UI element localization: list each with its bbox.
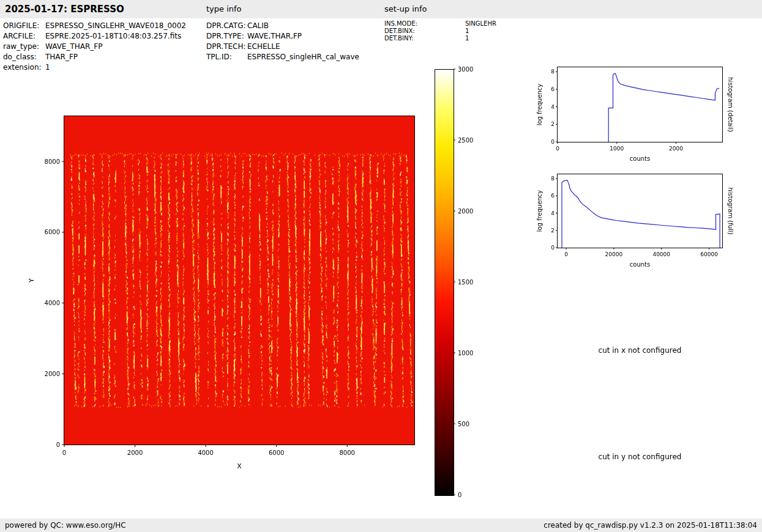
info-label: raw_type: [3,42,45,52]
footer-right-text: created by qc_rawdisp.py v1.2.3 on 2025-… [543,519,757,532]
info-label: DET.BINY: [384,35,465,42]
svg-text:40000: 40000 [652,251,670,257]
info-row: TPL.ID:ESPRESSO_singleHR_cal_wave [206,52,359,62]
info-row: DET.BINY:1 [384,35,496,42]
info-row: DPR.CATG:CALIB [206,21,359,31]
svg-text:2: 2 [551,227,555,234]
svg-text:4000: 4000 [198,449,213,456]
info-row: DPR.TYPE:WAVE,THAR,FP [206,31,359,42]
info-row: INS.MODE:SINGLEHR [384,20,496,28]
svg-text:0: 0 [556,146,559,152]
svg-text:0: 0 [458,492,461,498]
svg-text:0: 0 [56,441,60,448]
info-label: do_class: [3,52,45,62]
svg-text:log frequency: log frequency [536,190,543,232]
info-label: ORIGFILE: [3,21,45,31]
info-label: DPR.CATG: [206,21,247,31]
info-row: do_class:THAR_FP [3,52,186,62]
svg-text:2000: 2000 [458,208,473,215]
svg-text:2500: 2500 [458,137,473,144]
svg-text:4: 4 [551,104,555,110]
svg-text:4000: 4000 [45,300,60,306]
info-row: ARCFILE:ESPRE.2025-01-18T10:48:03.257.fi… [3,31,186,42]
footer-left-text: powered by QC: www.eso.org/HC [5,519,126,532]
info-row: DET.BINX:1 [384,28,496,35]
svg-text:X: X [237,462,242,470]
info-value: ESPRESSO_SINGLEHR_WAVE018_0002 [45,21,186,31]
svg-text:8: 8 [551,68,555,75]
svg-text:Y: Y [28,278,35,283]
svg-text:6: 6 [551,86,555,92]
info-label: DET.BINX: [384,28,465,35]
svg-text:log frequency: log frequency [536,84,543,126]
svg-text:1000: 1000 [610,146,624,152]
svg-text:counts: counts [630,155,650,162]
info-value: WAVE,THAR,FP [247,31,302,42]
info-value: 1 [465,28,469,35]
raw-image-heatmap [64,116,414,445]
page-title: 2025-01-17: ESPRESSO [5,0,124,18]
info-label: DPR.TYPE: [206,31,247,42]
info-value: THAR_FP [45,52,78,62]
setup-info-heading: set-up info [384,0,427,18]
info-row: DPR.TECH:ECHELLE [206,42,359,52]
info-value: 1 [45,62,50,73]
svg-text:4: 4 [551,210,555,216]
cut-x-note: cut in x not configured [558,346,722,355]
info-value: CALIB [247,21,269,31]
type-info-heading: type info [206,0,242,18]
svg-text:6000: 6000 [269,449,284,456]
info-value: ECHELLE [247,42,280,52]
setup-info-block: INS.MODE:SINGLEHR DET.BINX:1 DET.BINY:1 [384,20,496,42]
svg-text:histogram (full): histogram (full) [727,187,734,234]
info-label: INS.MODE: [384,20,465,28]
info-label: extension: [3,62,45,73]
file-info-block: ORIGFILE:ESPRESSO_SINGLEHR_WAVE018_0002 … [3,21,186,73]
svg-text:2000: 2000 [127,449,143,456]
svg-text:0: 0 [551,139,555,145]
info-row: ORIGFILE:ESPRESSO_SINGLEHR_WAVE018_0002 [3,21,186,31]
svg-text:0: 0 [564,251,568,257]
info-value: WAVE_THAR_FP [45,42,102,52]
svg-text:1000: 1000 [458,350,473,357]
header-bar: 2025-01-17: ESPRESSO type info set-up in… [0,0,762,18]
colorbar-gradient [435,69,454,496]
svg-text:1500: 1500 [458,279,473,286]
info-row: extension:1 [3,62,186,73]
svg-text:3000: 3000 [458,66,473,73]
svg-text:counts: counts [630,261,650,268]
svg-text:60000: 60000 [700,251,718,257]
info-label: ARCFILE: [3,31,45,42]
svg-text:6000: 6000 [45,229,60,235]
svg-text:2: 2 [551,121,555,127]
svg-text:2000: 2000 [669,146,683,152]
info-value: 1 [465,35,469,42]
cut-y-note: cut in y not configured [558,453,722,461]
info-value: ESPRE.2025-01-18T10:48:03.257.fits [45,31,181,42]
svg-text:8: 8 [551,175,555,182]
svg-text:histogram (detail): histogram (detail) [727,77,734,132]
info-label: DPR.TECH: [206,42,247,52]
info-row: raw_type:WAVE_THAR_FP [3,42,186,52]
svg-text:8000: 8000 [45,158,60,165]
info-label: TPL.ID: [206,52,247,62]
svg-text:8000: 8000 [339,449,354,456]
svg-text:0: 0 [62,449,66,456]
info-value: SINGLEHR [465,20,496,28]
type-info-block: DPR.CATG:CALIB DPR.TYPE:WAVE,THAR,FP DPR… [206,21,359,62]
info-value: ESPRESSO_singleHR_cal_wave [247,52,359,62]
svg-text:6: 6 [551,193,555,199]
footer-bar: powered by QC: www.eso.org/HC created by… [0,519,762,532]
svg-text:500: 500 [458,421,469,427]
svg-text:20000: 20000 [605,251,623,257]
svg-text:0: 0 [551,245,555,251]
svg-text:2000: 2000 [45,371,60,377]
